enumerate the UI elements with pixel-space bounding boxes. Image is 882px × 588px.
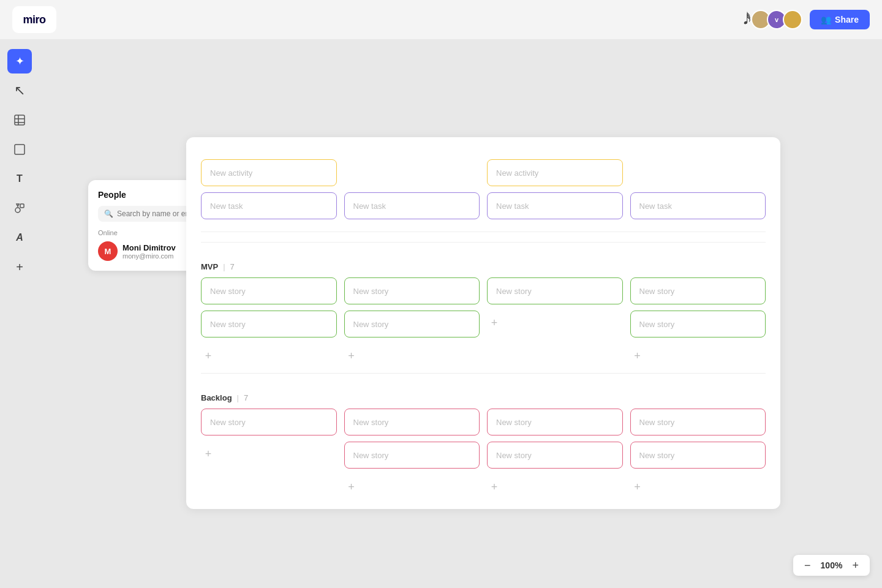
- backlog-add-col-2[interactable]: +: [487, 480, 502, 494]
- zoom-value: 100%: [819, 560, 843, 570]
- task-card-2[interactable]: New task: [487, 192, 623, 219]
- text-tool-button[interactable]: T: [7, 167, 32, 191]
- backlog-grid: New story + New story New story + New st…: [201, 409, 766, 494]
- backlog-section: Backlog | 7 New story + New story New st…: [201, 373, 766, 494]
- backlog-story-3-0[interactable]: New story: [630, 409, 766, 435]
- backlog-story-1-0[interactable]: New story: [344, 409, 480, 435]
- mvp-col-3: New story New story +: [630, 277, 766, 363]
- mvp-col-1: New story New story +: [344, 277, 480, 363]
- table-icon: [14, 115, 25, 126]
- sticky-note-icon: [14, 144, 25, 155]
- task-card-1[interactable]: New task: [344, 192, 480, 219]
- mvp-col-0: New story New story +: [201, 277, 337, 363]
- zoom-out-button[interactable]: −: [802, 560, 813, 571]
- zoom-in-button[interactable]: +: [850, 560, 861, 571]
- mvp-col-2: New story +: [487, 277, 623, 363]
- mvp-count: 7: [230, 262, 235, 271]
- user-info: Moni Dimitrov mony@miro.com: [123, 243, 176, 260]
- mvp-header: MVP | 7: [201, 262, 766, 271]
- backlog-add-col-3[interactable]: +: [630, 480, 645, 494]
- search-box: 🔍: [98, 206, 195, 222]
- user-avatar: M: [98, 241, 118, 261]
- backlog-story-1-1[interactable]: New story: [344, 442, 480, 469]
- svg-rect-6: [20, 204, 24, 208]
- backlog-col-2: New story New story +: [487, 409, 623, 494]
- share-icon: 👥: [821, 15, 831, 24]
- mvp-add-col-0[interactable]: +: [201, 349, 216, 363]
- backlog-col-0: New story +: [201, 409, 337, 494]
- share-button[interactable]: 👥 Share: [810, 10, 870, 29]
- topbar: miro 𝅘𝅥𝅯𝅘𝅥𝅯𝅘𝅥𝅰 v 👥 Share: [0, 0, 882, 39]
- left-toolbar: ✦ ↖ T A +: [0, 39, 39, 588]
- cursor-tool-button[interactable]: ↖: [7, 78, 32, 103]
- mvp-label: MVP: [201, 262, 218, 271]
- mvp-story-3-0[interactable]: New story: [630, 277, 766, 304]
- shapes-icon: [14, 203, 25, 214]
- backlog-label: Backlog: [201, 393, 232, 402]
- avatars: v: [751, 10, 802, 29]
- table-tool-button[interactable]: [7, 108, 32, 132]
- mvp-story-1-0[interactable]: New story: [344, 277, 480, 304]
- sticky-note-tool-button[interactable]: [7, 137, 32, 162]
- backlog-story-2-0[interactable]: New story: [487, 409, 623, 435]
- mvp-story-2-0[interactable]: New story: [487, 277, 623, 304]
- topbar-right: 𝅘𝅥𝅯𝅘𝅥𝅯𝅘𝅥𝅰 v 👥 Share: [744, 10, 870, 29]
- activity-card-2[interactable]: New activity: [487, 159, 623, 186]
- user-row: M Moni Dimitrov mony@miro.com: [98, 241, 195, 261]
- svg-marker-7: [17, 204, 19, 206]
- add-tool-button[interactable]: +: [7, 255, 32, 279]
- zoom-controls: − 100% +: [793, 555, 870, 576]
- search-icon: 🔍: [104, 209, 113, 218]
- avatar-3[interactable]: [783, 10, 802, 29]
- svg-rect-0: [15, 115, 24, 125]
- svg-rect-4: [15, 145, 24, 154]
- user-name: Moni Dimitrov: [123, 243, 176, 252]
- backlog-col-3: New story New story +: [630, 409, 766, 494]
- task-card-3[interactable]: New task: [630, 192, 766, 219]
- backlog-story-0-0[interactable]: New story: [201, 409, 337, 435]
- mvp-story-1-1[interactable]: New story: [344, 311, 480, 337]
- activity-card-0[interactable]: New activity: [201, 159, 337, 186]
- mvp-story-0-0[interactable]: New story: [201, 277, 337, 304]
- mvp-story-3-1[interactable]: New story: [630, 311, 766, 337]
- svg-point-5: [15, 208, 20, 213]
- board: New activity New activity New task New t…: [186, 137, 780, 509]
- search-input[interactable]: [117, 209, 189, 218]
- backlog-add-col-0[interactable]: +: [201, 447, 216, 461]
- backlog-col-1: New story New story +: [344, 409, 480, 494]
- backlog-story-2-1[interactable]: New story: [487, 442, 623, 469]
- backlog-count: 7: [244, 393, 248, 402]
- backlog-header: Backlog | 7: [201, 393, 766, 402]
- mvp-add-col-2[interactable]: +: [487, 315, 502, 330]
- user-email: mony@miro.com: [123, 252, 176, 260]
- empty-col-1: [344, 159, 480, 186]
- top-section: New activity New activity New task New t…: [201, 159, 766, 232]
- mvp-grid: New story New story + New story New stor…: [201, 277, 766, 363]
- magic-tool-button[interactable]: ✦: [7, 49, 32, 74]
- mvp-story-0-1[interactable]: New story: [201, 311, 337, 337]
- mvp-section: MVP | 7 New story New story + New story …: [201, 242, 766, 363]
- task-card-0[interactable]: New task: [201, 192, 337, 219]
- logo[interactable]: miro: [12, 6, 56, 33]
- mvp-add-col-1[interactable]: +: [344, 349, 359, 363]
- shapes-tool-button[interactable]: [7, 196, 32, 221]
- online-label: Online: [98, 229, 195, 236]
- backlog-add-col-1[interactable]: +: [344, 480, 359, 494]
- font-tool-button[interactable]: A: [7, 225, 32, 250]
- backlog-story-3-1[interactable]: New story: [630, 442, 766, 469]
- empty-col-3: [630, 159, 766, 186]
- mvp-add-col-3[interactable]: +: [630, 349, 645, 363]
- people-panel-title: People: [98, 190, 195, 200]
- canvas: People 🔍 Online M Moni Dimitrov mony@mir…: [39, 39, 882, 588]
